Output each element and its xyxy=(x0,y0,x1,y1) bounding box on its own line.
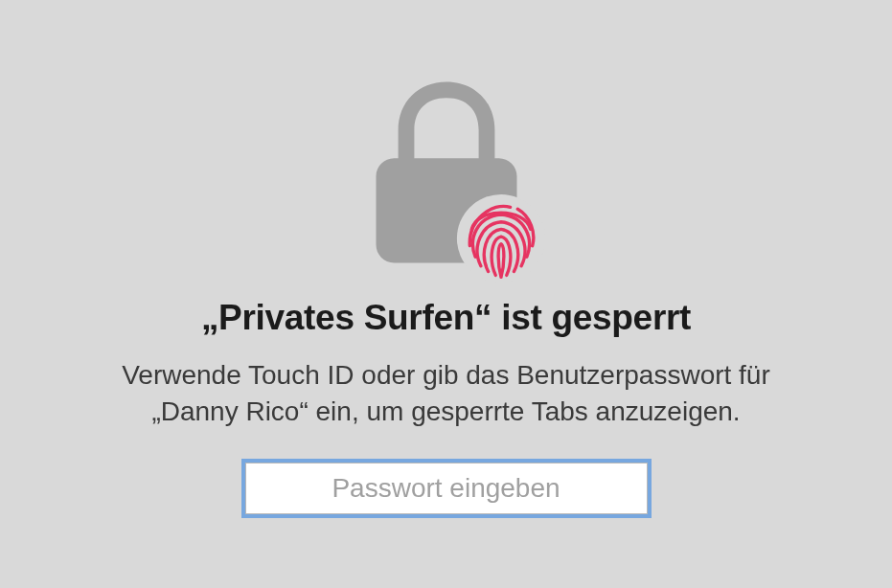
fingerprint-icon xyxy=(455,192,547,284)
dialog-title: „Privates Surfen“ ist gesperrt xyxy=(201,298,691,338)
lock-fingerprint-icon-group xyxy=(346,74,547,275)
dialog-description: Verwende Touch ID oder gib das Benutzerp… xyxy=(82,357,811,430)
unlock-dialog: „Privates Surfen“ ist gesperrt Verwende … xyxy=(0,74,892,514)
password-input[interactable] xyxy=(245,463,648,514)
